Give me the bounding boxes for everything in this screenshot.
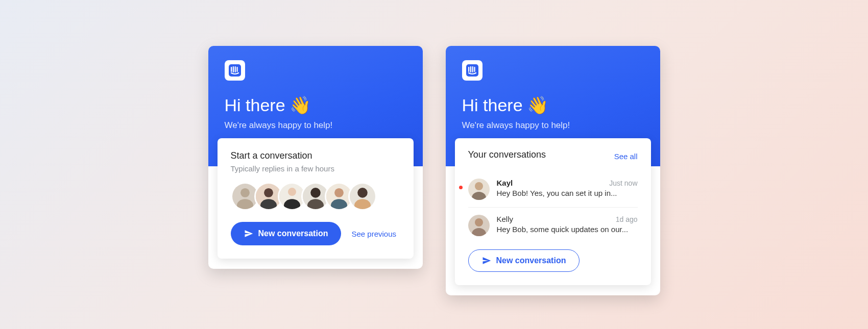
greeting-text: Hi there	[462, 95, 523, 115]
see-all-link[interactable]: See all	[614, 152, 638, 161]
svg-point-15	[310, 188, 321, 198]
messenger-widget-start: Hi there 👋 We're always happy to help! S…	[208, 46, 423, 269]
svg-point-6	[240, 188, 250, 197]
button-label: New conversation	[258, 229, 328, 238]
send-icon	[482, 256, 491, 265]
svg-rect-1	[231, 67, 232, 72]
conversation-name: Kayl	[497, 179, 513, 187]
team-avatars	[231, 182, 400, 211]
card-title: Start a conversation	[231, 150, 400, 161]
greeting-subtitle: We're always happy to help!	[225, 120, 406, 131]
new-conversation-button[interactable]: New conversation	[231, 222, 342, 245]
conversation-time: 1d ago	[616, 215, 638, 223]
new-conversation-button[interactable]: New conversation	[468, 249, 580, 272]
avatar	[348, 182, 377, 211]
action-row: New conversation See previous	[231, 222, 400, 245]
wave-icon: 👋	[527, 95, 548, 115]
svg-point-12	[287, 188, 296, 196]
greeting-subtitle: We're always happy to help!	[462, 120, 644, 131]
avatar	[468, 215, 490, 236]
svg-rect-25	[470, 66, 471, 72]
conversation-body: Kayl Just now Hey Bob! Yes, you can set …	[497, 179, 638, 197]
section-title: Your conversations	[468, 149, 546, 160]
svg-rect-3	[234, 66, 235, 72]
greeting-title: Hi there 👋	[462, 95, 644, 115]
svg-rect-24	[468, 67, 469, 72]
start-conversation-card: Start a conversation Typically replies i…	[218, 138, 414, 259]
avatar	[468, 179, 490, 200]
conversation-preview: Hey Bob! Yes, you can set it up in...	[497, 189, 638, 197]
svg-rect-2	[232, 66, 233, 72]
conversation-preview: Hey Bob, some quick updates on our...	[497, 225, 638, 234]
intercom-logo-icon	[462, 60, 483, 81]
conversation-item[interactable]: Kayl Just now Hey Bob! Yes, you can set …	[468, 171, 638, 208]
svg-rect-26	[472, 66, 473, 72]
unread-indicator	[459, 186, 463, 189]
conversation-item[interactable]: Kelly 1d ago Hey Bob, some quick updates…	[468, 208, 638, 243]
button-label: New conversation	[496, 256, 566, 265]
svg-point-32	[475, 218, 483, 226]
svg-point-29	[475, 182, 483, 190]
send-icon	[244, 229, 253, 238]
svg-rect-27	[474, 67, 475, 72]
conversation-name: Kelly	[497, 215, 514, 223]
card-subtitle: Typically replies in a few hours	[231, 164, 400, 173]
messenger-widget-conversations: Hi there 👋 We're always happy to help! Y…	[446, 46, 660, 295]
conversation-list: Kayl Just now Hey Bob! Yes, you can set …	[468, 171, 638, 243]
conversations-card: Your conversations See all Kayl Just now…	[455, 138, 651, 285]
svg-rect-4	[236, 67, 237, 72]
conversation-time: Just now	[609, 179, 637, 187]
see-previous-link[interactable]: See previous	[351, 230, 396, 238]
svg-point-21	[357, 188, 368, 198]
conversation-body: Kelly 1d ago Hey Bob, some quick updates…	[497, 215, 638, 234]
svg-point-18	[334, 188, 344, 197]
conversations-header: Your conversations See all	[468, 149, 638, 163]
greeting-title: Hi there 👋	[225, 95, 406, 115]
svg-point-9	[264, 188, 273, 197]
intercom-logo-icon	[225, 60, 245, 81]
greeting-text: Hi there	[225, 95, 285, 115]
wave-icon: 👋	[290, 95, 311, 115]
